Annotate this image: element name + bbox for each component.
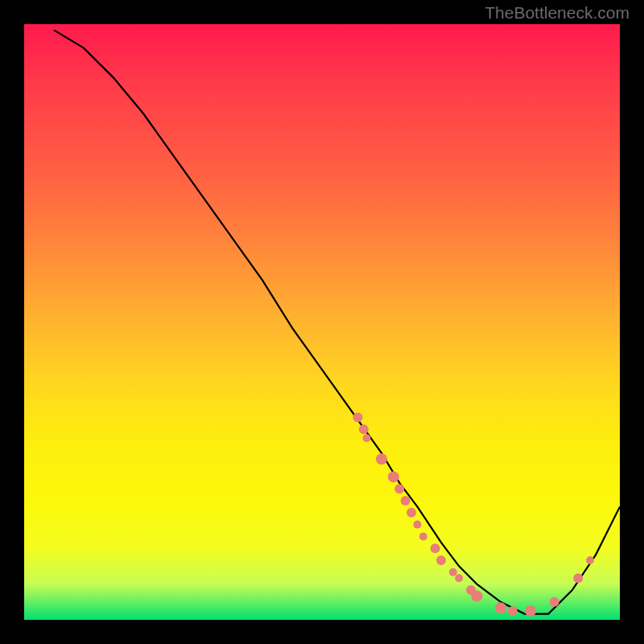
highlight-point — [586, 556, 594, 564]
highlight-point — [353, 412, 362, 422]
highlight-point — [407, 508, 416, 518]
highlight-point — [471, 590, 482, 601]
plot-area — [24, 24, 620, 620]
highlight-point — [495, 602, 506, 613]
highlight-point — [525, 605, 536, 617]
highlight-point — [436, 555, 446, 565]
highlight-point — [376, 453, 387, 464]
highlight-point — [550, 597, 559, 607]
highlight-point — [401, 496, 411, 506]
watermark-text: TheBottleneck.com — [485, 3, 630, 23]
highlight-point — [508, 606, 518, 616]
highlight-point — [388, 471, 399, 482]
highlight-point — [363, 434, 371, 442]
highlight-point — [455, 574, 463, 582]
highlight-point — [413, 521, 421, 529]
highlight-point — [394, 484, 404, 493]
bottleneck-curve — [54, 30, 620, 613]
highlight-point — [431, 543, 440, 553]
chart-svg — [24, 24, 620, 620]
highlight-point — [573, 573, 583, 583]
highlight-point — [359, 424, 369, 434]
highlight-point — [419, 532, 427, 540]
highlight-points — [353, 412, 594, 617]
highlight-point — [449, 568, 457, 576]
